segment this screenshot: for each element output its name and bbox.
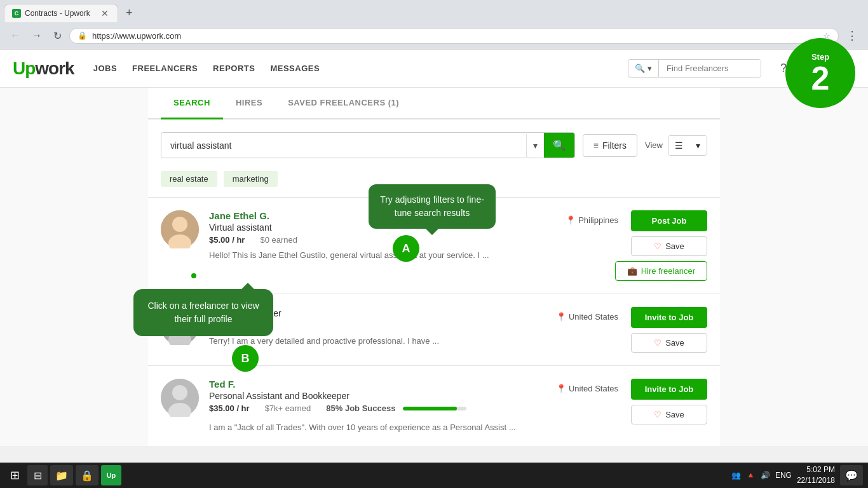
nav-reports[interactable]: REPORTS — [213, 64, 255, 73]
lock-icon: 🔒 — [78, 31, 87, 40]
search-dropdown-icon: ▾ — [648, 64, 652, 73]
tag-real-estate[interactable]: real estate — [161, 171, 217, 187]
view-label: View — [645, 140, 663, 150]
view-toggle: ☰ ▾ — [668, 135, 707, 156]
freelancer-actions-ted: Invite to Job ♡ Save — [631, 379, 707, 433]
nav-jobs[interactable]: JOBS — [93, 64, 117, 73]
search-button[interactable]: 🔍 — [544, 133, 574, 158]
freelancer-rate-jane: $5.00 / hr — [209, 235, 245, 245]
tab-favicon: C — [12, 9, 21, 18]
location-icon-ted: 📍 — [556, 384, 566, 393]
content-container: SEARCH HIRES SAVED FREELANCERS (1) ▾ 🔍 ≡… — [148, 88, 720, 446]
reload-button[interactable]: ↻ — [50, 27, 65, 44]
filters-label: Filters — [602, 140, 627, 151]
header-search: 🔍 ▾ — [628, 59, 761, 78]
freelancer-location-jane: 📍 Philippines — [566, 215, 618, 225]
search-section: ▾ 🔍 ≡ Filters View ☰ ▾ — [148, 119, 720, 171]
online-indicator-jane — [190, 272, 198, 280]
url-text: https://www.upwork.com — [92, 31, 818, 41]
browser-menu-button[interactable]: ⋮ — [843, 26, 862, 45]
tooltip-circle-b: B — [232, 345, 259, 372]
avatar-ted[interactable] — [161, 379, 199, 417]
freelancer-location-ted: 📍 United States — [556, 384, 618, 393]
nav-messages[interactable]: MESSAGES — [270, 64, 320, 73]
page-tabs: SEARCH HIRES SAVED FREELANCERS (1) — [148, 88, 720, 119]
search-bar-wrapper: ▾ 🔍 — [161, 132, 575, 158]
back-button[interactable]: ← — [6, 27, 24, 44]
freelancer-desc-terry: Terry! I am a very detailed and proactiv… — [209, 336, 621, 347]
main-content: SEARCH HIRES SAVED FREELANCERS (1) ▾ 🔍 ≡… — [0, 88, 868, 446]
freelancer-rate-ted: $35.00 / hr — [209, 403, 250, 417]
tab-search[interactable]: SEARCH — [161, 88, 223, 119]
address-bar[interactable]: 🔒 https://www.upwork.com ☆ — [69, 28, 839, 44]
upwork-header: Upwork JOBS FREELANCERS REPORTS MESSAGES… — [0, 50, 868, 88]
browser-toolbar: ← → ↻ 🔒 https://www.upwork.com ☆ ⋮ — [0, 22, 868, 49]
header-nav: JOBS FREELANCERS REPORTS MESSAGES — [93, 64, 320, 73]
view-dropdown-button[interactable]: ▾ — [689, 136, 707, 155]
save-button-ted[interactable]: ♡ Save — [631, 405, 707, 424]
view-section: View ☰ ▾ — [645, 135, 707, 156]
filters-button[interactable]: ≡ Filters — [583, 134, 637, 157]
upwork-app: Upwork JOBS FREELANCERS REPORTS MESSAGES… — [0, 50, 868, 446]
tooltip-circle-a: A — [393, 235, 419, 262]
svg-point-1 — [172, 217, 187, 232]
save-button-terry[interactable]: ♡ Save — [631, 333, 707, 353]
heart-icon: ♡ — [654, 241, 661, 251]
upwork-logo[interactable]: Upwork — [13, 58, 74, 79]
search-input[interactable] — [161, 134, 526, 157]
search-dropdown-toggle[interactable]: ▾ — [526, 134, 544, 157]
freelancer-location-terry: 📍 United States — [556, 312, 618, 322]
tab-title: Contracts - Upwork — [25, 9, 90, 18]
freelancer-earned-ted: $7k+ earned — [265, 403, 311, 417]
freelancer-actions-terry: Invite to Job ♡ Save — [631, 307, 707, 353]
search-type-icon: 🔍 — [635, 64, 645, 73]
job-success-row: 85% Job Success — [326, 403, 466, 413]
tab-hires[interactable]: HIRES — [223, 88, 275, 119]
post-job-button[interactable]: Post Job — [631, 210, 707, 231]
header-search-type[interactable]: 🔍 ▾ — [628, 60, 659, 77]
hire-freelancer-button[interactable]: 💼 Hire freelancer — [615, 261, 707, 281]
tooltip-a: Try adjusting filters to fine-tune searc… — [369, 184, 496, 229]
location-icon-terry: 📍 — [556, 312, 566, 322]
invite-to-job-button-ted[interactable]: Invite to Job — [631, 379, 707, 400]
browser-tabs: C Contracts - Upwork ✕ + — [0, 0, 868, 22]
heart-icon-terry: ♡ — [654, 338, 661, 348]
job-success-text: 85% Job Success — [326, 403, 395, 413]
forward-button[interactable]: → — [28, 27, 46, 44]
freelancer-desc-ted: I am a "Jack of all Trades". With over 1… — [209, 422, 621, 433]
tooltip-b: Click on a freelancer to view their full… — [133, 289, 273, 336]
job-success-bar — [403, 407, 466, 410]
avatar-jane[interactable] — [161, 210, 199, 248]
tab-close-button[interactable]: ✕ — [100, 8, 110, 18]
step-number: 2 — [811, 62, 830, 95]
header-search-input[interactable] — [659, 60, 761, 77]
new-tab-button[interactable]: + — [121, 4, 138, 22]
nav-freelancers[interactable]: FREELANCERS — [132, 64, 198, 73]
invite-to-job-button-terry[interactable]: Invite to Job — [631, 307, 707, 328]
tab-saved-freelancers[interactable]: SAVED FREELANCERS (1) — [275, 88, 412, 119]
browser-chrome: C Contracts - Upwork ✕ + ← → ↻ 🔒 https:/… — [0, 0, 868, 50]
job-success-fill — [403, 407, 457, 410]
svg-point-7 — [172, 385, 187, 400]
freelancer-card-ted: Ted F. Personal Assistant and Bookkeeper… — [148, 365, 720, 446]
tag-marketing[interactable]: marketing — [224, 171, 278, 187]
filters-icon: ≡ — [593, 140, 599, 151]
briefcase-icon: 💼 — [627, 266, 637, 276]
active-tab[interactable]: C Contracts - Upwork ✕ — [4, 4, 118, 22]
freelancer-meta-ted: $35.00 / hr $7k+ earned 85% Job Success — [209, 403, 621, 417]
freelancer-actions-jane: Post Job ♡ Save 💼 Hire freelancer — [615, 210, 707, 281]
freelancer-earned-jane: $0 earned — [260, 235, 297, 245]
heart-icon-ted: ♡ — [654, 410, 661, 419]
step2-badge: Step 2 — [785, 38, 855, 108]
list-view-button[interactable]: ☰ — [668, 136, 689, 155]
save-button-jane[interactable]: ♡ Save — [631, 236, 707, 256]
location-icon-jane: 📍 — [566, 215, 576, 225]
